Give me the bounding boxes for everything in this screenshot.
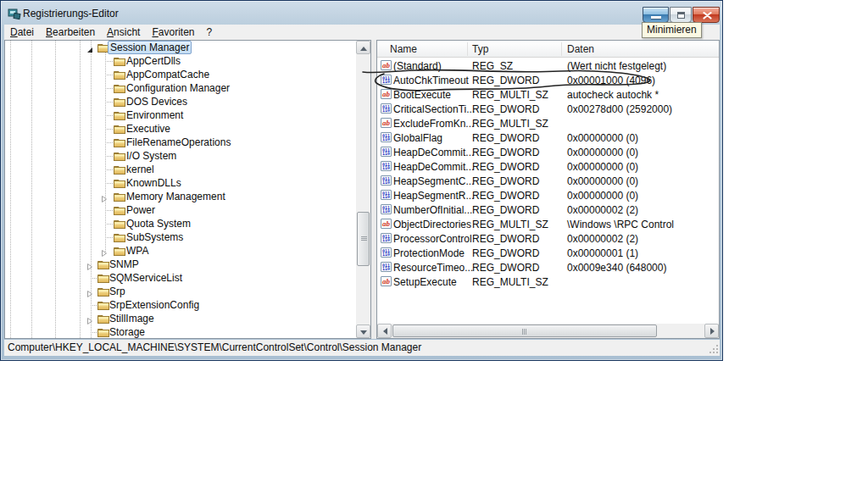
tree-item-quota-system[interactable]: Quota System (5, 217, 370, 230)
value-name[interactable]: (Standard) (393, 60, 442, 72)
value-name[interactable]: ResourceTimeo... (393, 262, 473, 274)
titlebar[interactable]: Registrierungs-Editor (1, 1, 722, 25)
menu-item-?[interactable]: ? (201, 25, 219, 40)
tree-item-label[interactable]: SNMP (108, 258, 141, 270)
value-name[interactable]: AutoChkTimeout (393, 75, 469, 86)
registry-value-row[interactable]: 011110ProcessorControlREG_DWORD0x0000000… (377, 231, 719, 246)
registry-value-row[interactable]: 011110HeapDeCommit...REG_DWORD0x00000000… (377, 145, 719, 159)
tree-item-label[interactable]: SQMServiceList (108, 272, 184, 284)
scroll-left-button[interactable] (377, 324, 392, 338)
tree-item-storage[interactable]: Storage (5, 325, 370, 339)
tree-item-power[interactable]: Power (5, 203, 370, 217)
tree-item-configuration-manager[interactable]: Configuration Manager (5, 81, 370, 95)
tree-item-sqmservicelist[interactable]: SQMServiceList (5, 271, 370, 285)
tree-item-label[interactable]: AppCompatCache (125, 69, 211, 80)
tree-item-filerenameoperations[interactable]: FileRenameOperations (5, 136, 370, 149)
tree-item-subsystems[interactable]: SubSystems (5, 230, 370, 244)
tree-item-srpextensionconfig[interactable]: SrpExtensionConfig (5, 298, 370, 312)
minimize-button[interactable] (643, 7, 669, 23)
registry-value-row[interactable]: abObjectDirectoriesREG_MULTI_SZ\Windows … (377, 217, 719, 231)
registry-value-row[interactable]: 011110ProtectionModeREG_DWORD0x00000001 … (377, 246, 719, 260)
menu-item-datei[interactable]: Datei (4, 25, 40, 40)
tree-item-label[interactable]: kernel (125, 164, 156, 175)
tree-item-label[interactable]: Quota System (125, 218, 192, 230)
resize-grip-icon[interactable] (709, 345, 718, 353)
tree-item-label[interactable]: DOS Devices (125, 96, 189, 108)
scroll-down-button[interactable] (356, 324, 370, 338)
tree-item-label[interactable]: KnownDLLs (125, 177, 183, 189)
scroll-up-button[interactable] (356, 41, 370, 54)
tree-item-label[interactable]: Session Manager (108, 41, 192, 54)
value-name[interactable]: BootExecute (393, 89, 451, 101)
tree-item-label[interactable]: Configuration Manager (125, 82, 231, 94)
tree-item-label[interactable]: StillImage (108, 313, 156, 324)
tree-item-label[interactable]: Memory Management (125, 191, 227, 202)
registry-value-row[interactable]: 011110HeapSegmentC...REG_DWORD0x00000000… (377, 174, 719, 188)
column-header-data[interactable]: Daten (567, 43, 594, 55)
tree-item-knowndlls[interactable]: KnownDLLs (5, 176, 370, 190)
registry-value-row[interactable]: 011110AutoChkTimeoutREG_DWORD0x00001000 … (377, 73, 719, 87)
column-separator[interactable] (467, 42, 468, 56)
tree-item-stillimage[interactable]: StillImage (5, 312, 370, 325)
column-header-name[interactable]: Name (390, 43, 417, 55)
value-name[interactable]: CriticalSectionTi... (393, 103, 475, 115)
list-header[interactable]: Name Typ Daten (377, 41, 719, 58)
registry-value-row[interactable]: abBootExecuteREG_MULTI_SZautocheck autoc… (377, 87, 719, 102)
tree-item-snmp[interactable]: SNMP (5, 258, 370, 271)
registry-values-panel[interactable]: Name Typ Daten ab(Standard)REG_SZ(Wert n… (376, 40, 720, 339)
tree-item-appcompatcache[interactable]: AppCompatCache (5, 68, 370, 81)
tree-item-appcertdlls[interactable]: AppCertDlls (5, 54, 370, 68)
scrollbar-thumb[interactable] (392, 324, 657, 337)
value-name[interactable]: GlobalFlag (393, 132, 442, 144)
registry-tree-panel[interactable]: Session ManagerAppCertDllsAppCompatCache… (4, 40, 371, 339)
tree-item-label[interactable]: Executive (125, 123, 172, 135)
column-separator[interactable] (561, 42, 562, 56)
value-name[interactable]: NumberOfInitial... (393, 204, 472, 216)
registry-value-row[interactable]: 011110CriticalSectionTi...REG_DWORD0x002… (377, 102, 719, 116)
value-name[interactable]: ProcessorControl (393, 233, 472, 245)
scroll-right-button[interactable] (704, 324, 719, 338)
tree-item-label[interactable]: I/O System (125, 150, 178, 162)
tree-item-label[interactable]: SubSystems (125, 231, 185, 243)
tree-item-dos-devices[interactable]: DOS Devices (5, 95, 370, 108)
registry-value-row[interactable]: 011110ResourceTimeo...REG_DWORD0x0009e34… (377, 260, 719, 274)
tree-item-wpa[interactable]: WPA (5, 244, 370, 258)
registry-value-row[interactable]: 011110GlobalFlagREG_DWORD0x00000000 (0) (377, 130, 719, 145)
tree-item-label[interactable]: Power (125, 204, 157, 216)
scrollbar-thumb[interactable] (357, 212, 370, 266)
menu-item-favoriten[interactable]: Favoriten (146, 25, 200, 40)
tree-item-label[interactable]: SrpExtensionConfig (108, 299, 201, 311)
tree-item-i-o-system[interactable]: I/O System (5, 149, 370, 163)
tree-vertical-scrollbar[interactable] (356, 41, 370, 338)
tree-item-srp[interactable]: Srp (5, 285, 370, 298)
tree-item-environment[interactable]: Environment (5, 108, 370, 122)
tree-item-kernel[interactable]: kernel (5, 163, 370, 176)
tree-item-memory-management[interactable]: Memory Management (5, 190, 370, 203)
tree-item-label[interactable]: Storage (108, 326, 147, 338)
value-name[interactable]: HeapDeCommit... (393, 161, 474, 173)
value-name[interactable]: ProtectionMode (393, 247, 465, 259)
tree-item-label[interactable]: WPA (125, 245, 150, 257)
value-name[interactable]: HeapSegmentR... (393, 190, 474, 202)
registry-value-row[interactable]: abExcludeFromKn...REG_MULTI_SZ (377, 116, 719, 130)
value-name[interactable]: HeapSegmentC... (393, 175, 474, 187)
tree-item-label[interactable]: Srp (108, 286, 127, 297)
tree-item-label[interactable]: FileRenameOperations (125, 136, 232, 148)
close-button[interactable] (693, 7, 720, 23)
registry-value-row[interactable]: ab(Standard)REG_SZ(Wert nicht festgelegt… (377, 58, 719, 73)
menu-item-ansicht[interactable]: Ansicht (101, 25, 146, 40)
registry-value-row[interactable]: 011110HeapSegmentR...REG_DWORD0x00000000… (377, 188, 719, 202)
tree-item-label[interactable]: AppCertDlls (125, 55, 182, 67)
tree-item-label[interactable]: Environment (125, 109, 185, 121)
menu-item-bearbeiten[interactable]: Bearbeiten (40, 25, 101, 40)
registry-value-row[interactable]: 011110HeapDeCommit...REG_DWORD0x00000000… (377, 159, 719, 174)
maximize-button[interactable] (670, 7, 692, 23)
tree-item-session-manager[interactable]: Session Manager (5, 41, 370, 54)
registry-value-row[interactable]: abSetupExecuteREG_MULTI_SZ (377, 274, 719, 289)
value-name[interactable]: HeapDeCommit... (393, 147, 474, 158)
value-name[interactable]: ExcludeFromKn... (393, 118, 474, 130)
value-name[interactable]: ObjectDirectories (393, 219, 471, 230)
registry-value-row[interactable]: 011110NumberOfInitial...REG_DWORD0x00000… (377, 202, 719, 217)
value-name[interactable]: SetupExecute (393, 276, 457, 288)
column-header-type[interactable]: Typ (472, 43, 488, 55)
